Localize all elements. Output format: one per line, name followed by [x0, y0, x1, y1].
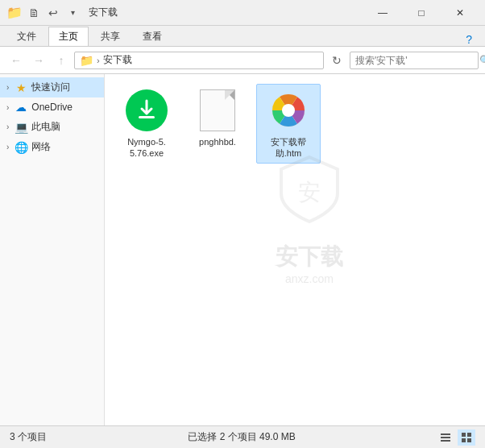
sidebar-item-this-pc[interactable]: › 💻 此电脑 — [0, 117, 104, 137]
search-input[interactable] — [355, 55, 476, 66]
selected-info: 已选择 2 个项目 49.0 MB — [188, 430, 295, 444]
ribbon-tabs: 文件 主页 共享 查看 ? — [0, 26, 485, 47]
nymgo-file-label: Nymgo-5.5.76.exe — [127, 136, 166, 160]
window-title: 安下载 — [89, 6, 118, 19]
svg-rect-7 — [462, 433, 466, 437]
window-controls: — □ ✕ — [364, 0, 479, 26]
title-bar: 📁 🗎 ↩ ▾ 安下载 — □ ✕ — [0, 0, 485, 26]
items-count: 3 个项目 — [10, 430, 47, 444]
onedrive-arrow: › — [6, 103, 9, 112]
sidebar-label-network: 网络 — [31, 140, 51, 154]
folder-icon: 📁 — [6, 5, 23, 20]
sidebar-label-onedrive: OneDrive — [31, 102, 73, 113]
forward-button[interactable]: → — [29, 51, 48, 70]
this-pc-icon: 💻 — [14, 121, 28, 134]
quick-access-toolbar: 📁 🗎 ↩ ▾ — [6, 5, 81, 21]
file-item-nymgo[interactable]: Nymgo-5.5.76.exe — [114, 84, 179, 164]
quick-access-icon: ★ — [14, 81, 28, 94]
network-arrow: › — [6, 143, 9, 151]
sidebar-label-this-pc: 此电脑 — [31, 120, 60, 134]
svg-point-3 — [282, 104, 295, 117]
files-grid: Nymgo-5.5.76.exe pnghhbd. — [111, 81, 479, 167]
file-item-anxz-htm[interactable]: 安下载帮助.htm — [256, 84, 321, 164]
watermark-sub: anxz.com — [285, 272, 334, 285]
breadcrumb-folder-name: 安下载 — [103, 53, 132, 67]
undo-button[interactable]: ↩ — [45, 5, 61, 21]
title-bar-left: 📁 🗎 ↩ ▾ 安下载 — [6, 5, 118, 21]
sidebar-label-quick-access: 快速访问 — [31, 81, 70, 94]
watermark-text: 安下载 — [273, 242, 346, 272]
sidebar-item-quick-access[interactable]: › ★ 快速访问 — [0, 77, 104, 97]
main-content: › ★ 快速访问 › ☁ OneDrive › 💻 此电脑 › 🌐 网络 安 — [0, 74, 485, 425]
help-button[interactable]: ? — [459, 33, 479, 46]
svg-rect-6 — [441, 440, 450, 442]
breadcrumb-folder-icon: 📁 — [80, 54, 93, 67]
sidebar: › ★ 快速访问 › ☁ OneDrive › 💻 此电脑 › 🌐 网络 — [0, 74, 105, 425]
refresh-button[interactable]: ↻ — [327, 51, 346, 70]
svg-rect-8 — [467, 433, 471, 437]
status-bar: 3 个项目 已选择 2 个项目 49.0 MB — [0, 425, 485, 448]
svg-rect-4 — [441, 433, 450, 435]
anxz-icon-wrapper — [266, 88, 311, 133]
svg-rect-9 — [462, 438, 466, 442]
this-pc-arrow: › — [6, 122, 9, 131]
nymgo-icon-wrapper — [124, 88, 169, 133]
pnghhbd-icon-wrapper — [195, 88, 240, 133]
watermark: 安 安下载 anxz.com — [273, 153, 346, 285]
file-item-pnghhbd[interactable]: pnghhbd. — [185, 84, 250, 164]
back-button[interactable]: ← — [6, 51, 26, 70]
sidebar-item-network[interactable]: › 🌐 网络 — [0, 137, 104, 157]
up-button[interactable]: ↑ — [52, 51, 71, 70]
network-icon: 🌐 — [14, 141, 28, 154]
anxz-file-label: 安下载帮助.htm — [271, 136, 306, 160]
nymgo-exe-icon — [126, 89, 168, 131]
tab-home[interactable]: 主页 — [48, 27, 89, 46]
grid-view-button[interactable] — [458, 429, 475, 446]
save-button[interactable]: 🗎 — [26, 5, 42, 21]
pnghhbd-file-label: pnghhbd. — [199, 136, 236, 147]
htm-colorful-icon — [271, 93, 306, 128]
tab-share[interactable]: 共享 — [90, 27, 131, 46]
svg-rect-1 — [139, 116, 155, 118]
onedrive-icon: ☁ — [14, 101, 28, 114]
breadcrumb-separator: › — [97, 56, 100, 65]
svg-text:安: 安 — [298, 180, 321, 205]
minimize-button[interactable]: — — [364, 0, 401, 26]
search-bar: 🔍 — [350, 52, 479, 69]
maximize-button[interactable]: □ — [403, 0, 440, 26]
breadcrumb-bar[interactable]: 📁 › 安下载 — [74, 52, 324, 69]
quick-access-arrow: › — [6, 83, 9, 92]
png-file-icon — [200, 89, 235, 131]
tab-file[interactable]: 文件 — [6, 27, 47, 46]
tab-view[interactable]: 查看 — [132, 27, 172, 46]
close-button[interactable]: ✕ — [441, 0, 479, 26]
search-icon: 🔍 — [479, 55, 485, 66]
list-view-button[interactable] — [437, 429, 454, 446]
view-controls — [437, 429, 475, 446]
file-area: 安 安下载 anxz.com Nymgo-5.5.76.exe — [105, 74, 485, 425]
sidebar-item-onedrive[interactable]: › ☁ OneDrive — [0, 97, 104, 117]
qat-dropdown-button[interactable]: ▾ — [64, 5, 81, 21]
svg-rect-5 — [441, 437, 450, 438]
svg-rect-10 — [467, 438, 471, 442]
address-bar: ← → ↑ 📁 › 安下载 ↻ 🔍 — [0, 47, 485, 74]
